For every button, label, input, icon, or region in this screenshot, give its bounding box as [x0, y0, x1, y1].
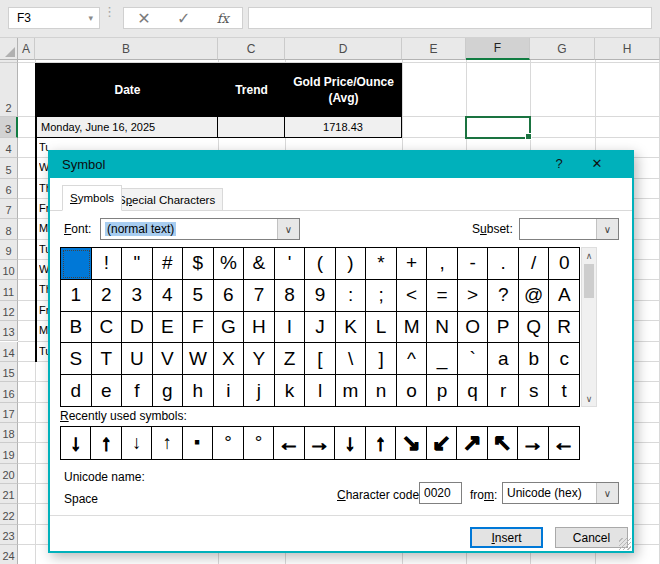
symbol-cell[interactable]: ^ — [397, 343, 428, 375]
symbol-cell[interactable]: A — [549, 280, 580, 312]
symbol-cell[interactable]: 2 — [92, 280, 123, 312]
symbol-cell[interactable]: Z — [275, 343, 306, 375]
symbol-cell[interactable]: ` — [458, 343, 489, 375]
symbol-cell[interactable]: j — [244, 375, 275, 407]
tab-symbols[interactable]: Symbols — [62, 185, 122, 211]
symbol-cell[interactable]: q — [458, 375, 489, 407]
recent-symbol[interactable]: ↖ — [488, 427, 518, 459]
row-header-9[interactable]: 9 — [0, 240, 18, 260]
dialog-title-bar[interactable]: Symbol — [48, 150, 634, 178]
symbol-cell[interactable]: X — [214, 343, 245, 375]
symbol-cell[interactable]: ' — [275, 248, 306, 280]
table-header-date[interactable]: Date — [37, 63, 218, 117]
cell-C3-trend[interactable] — [218, 117, 285, 138]
font-combobox[interactable]: (normal text) ∨ — [100, 218, 300, 240]
symbol-cell[interactable]: \ — [336, 343, 367, 375]
symbol-cell[interactable]: F — [183, 312, 214, 344]
symbol-cell[interactable]: W — [183, 343, 214, 375]
insert-function-icon[interactable]: fx — [217, 11, 229, 26]
row-header-15[interactable]: 15 — [0, 362, 18, 382]
symbol-cell[interactable]: c — [549, 343, 580, 375]
symbol-cell[interactable]: N — [427, 312, 458, 344]
row-header-2[interactable]: 2 — [0, 63, 18, 117]
table-header-price[interactable]: Gold Price/Ounce (Avg) — [285, 63, 402, 117]
symbol-cell[interactable]: 6 — [214, 280, 245, 312]
symbol-cell[interactable]: = — [427, 280, 458, 312]
row-header-18[interactable]: 18 — [0, 423, 18, 443]
symbol-cell[interactable]: n — [366, 375, 397, 407]
scrollbar-thumb[interactable] — [584, 264, 594, 298]
recent-symbol[interactable]: ↓ — [335, 427, 365, 459]
scroll-up-icon[interactable]: ∧ — [582, 248, 596, 263]
row-header-19[interactable]: 19 — [0, 443, 18, 463]
symbol-cell[interactable]: p — [427, 375, 458, 407]
row-header-10[interactable]: 10 — [0, 260, 18, 280]
row-header-3[interactable]: 3 — [0, 117, 18, 138]
select-all-corner[interactable] — [0, 38, 18, 60]
insert-button[interactable]: Insert — [470, 527, 543, 548]
enter-entry-icon[interactable]: ✓ — [177, 9, 190, 28]
column-header-C[interactable]: C — [218, 38, 285, 60]
symbol-cell[interactable]: ; — [366, 280, 397, 312]
row-header-14[interactable]: 14 — [0, 342, 18, 362]
name-box[interactable]: F3 ▾ — [8, 7, 100, 29]
row-header-24[interactable]: 24 — [0, 545, 18, 564]
formula-bar[interactable] — [248, 7, 652, 29]
cell-B3-date[interactable]: Monday, June 16, 2025 — [37, 117, 218, 138]
row-header-7[interactable]: 7 — [0, 199, 18, 219]
resize-grip[interactable] — [619, 538, 631, 550]
recent-symbol[interactable]: ↑ — [91, 427, 121, 459]
symbol-cell[interactable]: 9 — [305, 280, 336, 312]
symbol-cell[interactable]: f — [122, 375, 153, 407]
help-icon[interactable]: ? — [548, 156, 570, 176]
symbol-cell[interactable]: m — [336, 375, 367, 407]
symbol-cell[interactable]: h — [183, 375, 214, 407]
symbol-cell[interactable] — [61, 248, 92, 280]
recent-symbol[interactable]: ← — [549, 427, 579, 459]
close-icon[interactable]: ✕ — [586, 156, 608, 176]
symbol-cell[interactable]: ! — [92, 248, 123, 280]
symbol-cell[interactable]: B — [61, 312, 92, 344]
row-header-5[interactable]: 5 — [0, 158, 18, 178]
column-header-H[interactable]: H — [595, 38, 660, 60]
row-header-16[interactable]: 16 — [0, 382, 18, 402]
character-code-input[interactable] — [419, 482, 462, 504]
symbol-cell[interactable]: e — [92, 375, 123, 407]
selected-cell-F3[interactable] — [465, 116, 531, 139]
symbol-cell[interactable]: @ — [519, 280, 550, 312]
symbol-cell[interactable]: b — [519, 343, 550, 375]
symbol-cell[interactable]: 3 — [122, 280, 153, 312]
symbol-cell[interactable]: a — [488, 343, 519, 375]
row-header-22[interactable]: 22 — [0, 504, 18, 524]
symbol-cell[interactable]: O — [458, 312, 489, 344]
symbol-cell[interactable]: U — [122, 343, 153, 375]
row-header-17[interactable]: 17 — [0, 403, 18, 423]
symbol-cell[interactable]: < — [397, 280, 428, 312]
recent-symbol[interactable]: · — [183, 427, 213, 459]
subset-combobox-arrow-icon[interactable]: ∨ — [596, 219, 618, 239]
row-header-13[interactable]: 13 — [0, 321, 18, 341]
symbol-cell[interactable]: . — [488, 248, 519, 280]
recent-symbol[interactable]: ↙ — [427, 427, 457, 459]
name-box-dropdown-icon[interactable]: ▾ — [88, 13, 93, 23]
row-header-8[interactable]: 8 — [0, 219, 18, 239]
symbol-cell[interactable]: d — [61, 375, 92, 407]
symbol-cell[interactable]: " — [122, 248, 153, 280]
cell-D3-price[interactable]: 1718.43 — [285, 117, 402, 138]
recent-symbol[interactable]: ° — [213, 427, 243, 459]
symbol-cell[interactable]: 1 — [61, 280, 92, 312]
from-combobox[interactable]: Unicode (hex) ∨ — [502, 482, 619, 504]
symbol-cell[interactable]: [ — [305, 343, 336, 375]
recent-symbol[interactable]: ↑ — [152, 427, 182, 459]
symbol-cell[interactable]: o — [397, 375, 428, 407]
symbol-cell[interactable]: i — [214, 375, 245, 407]
symbol-cell[interactable]: Q — [519, 312, 550, 344]
recent-symbol[interactable]: ↓ — [61, 427, 91, 459]
symbol-cell[interactable]: 0 — [549, 248, 580, 280]
symbol-cell[interactable]: / — [519, 248, 550, 280]
symbol-cell[interactable]: G — [214, 312, 245, 344]
symbol-cell[interactable]: S — [61, 343, 92, 375]
symbol-cell[interactable]: g — [153, 375, 184, 407]
row-header-6[interactable]: 6 — [0, 179, 18, 199]
column-header-F[interactable]: F — [466, 38, 530, 60]
